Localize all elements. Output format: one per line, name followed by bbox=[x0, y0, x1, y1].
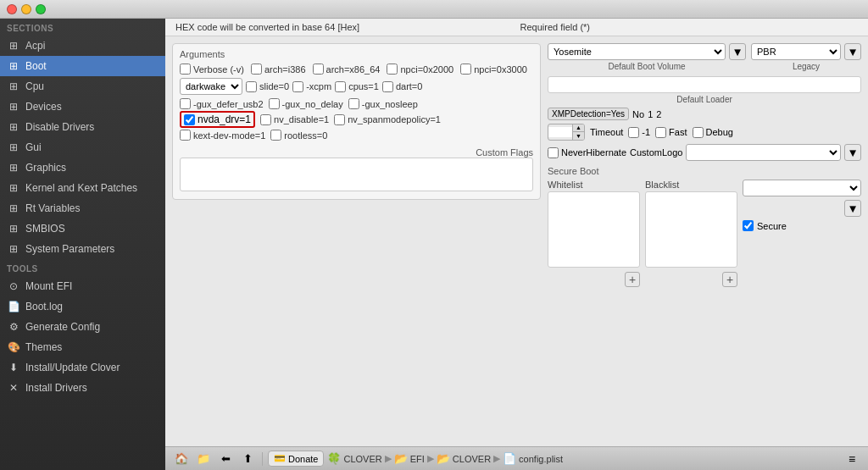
whitelist-textarea[interactable] bbox=[548, 191, 640, 268]
blacklist-textarea[interactable] bbox=[645, 191, 737, 268]
dart0-arg[interactable]: dart=0 bbox=[382, 81, 423, 92]
custom-logo-dropdown-btn[interactable]: ▼ bbox=[844, 144, 861, 161]
fast-checkbox[interactable] bbox=[655, 127, 666, 138]
sidebar-item-devices[interactable]: ⊞ Devices bbox=[0, 97, 165, 117]
arch-x86-checkbox[interactable] bbox=[313, 64, 324, 75]
pbr-dropdown-btn[interactable]: ▼ bbox=[844, 43, 861, 60]
fast-label[interactable]: Fast bbox=[655, 127, 687, 138]
sidebar-item-disable-drivers[interactable]: ⊞ Disable Drivers bbox=[0, 117, 165, 137]
donate-icon: 💳 bbox=[274, 453, 286, 464]
gux-nosleep-checkbox[interactable] bbox=[348, 98, 359, 109]
gux-defer-arg[interactable]: -gux_defer_usb2 bbox=[180, 98, 264, 109]
sidebar-item-acpi[interactable]: ⊞ Acpi bbox=[0, 36, 165, 56]
breadcrumb: 🍀 CLOVER ▶ 📂 EFI ▶ 📂 CLOVER ▶ 📄 config.p… bbox=[327, 452, 839, 465]
kext-dev-arg[interactable]: kext-dev-mode=1 bbox=[180, 130, 265, 141]
minus1-checkbox[interactable] bbox=[628, 127, 639, 138]
hex-notice-bar: HEX code will be converted in base 64 [H… bbox=[165, 19, 868, 36]
secure-checkbox[interactable] bbox=[743, 220, 754, 231]
sidebar-item-mount-efi[interactable]: ⊙ Mount EFI bbox=[0, 276, 165, 296]
timeout-down-btn[interactable]: ▼ bbox=[572, 132, 584, 141]
sidebar-item-kernel-kext[interactable]: ⊞ Kernel and Kext Patches bbox=[0, 178, 165, 198]
bottombar-menu-icon[interactable]: ≡ bbox=[843, 450, 861, 468]
bottombar-separator bbox=[262, 452, 263, 466]
default-boot-volume-label: Default Boot Volume bbox=[548, 62, 746, 71]
secure-dropdown-btn[interactable]: ▼ bbox=[844, 200, 861, 217]
bottombar-folder-icon[interactable]: 📁 bbox=[194, 450, 213, 468]
timeout-spinner-buttons[interactable]: ▲ ▼ bbox=[572, 124, 584, 141]
debug-checkbox[interactable] bbox=[693, 127, 704, 138]
arch-i386-arg[interactable]: arch=i386 bbox=[251, 64, 306, 75]
window-controls[interactable] bbox=[7, 4, 46, 14]
debug-label[interactable]: Debug bbox=[693, 127, 733, 138]
never-hibernate-checkbox[interactable] bbox=[548, 147, 559, 158]
gux-nodelay-arg[interactable]: -gux_no_delay bbox=[269, 98, 343, 109]
xcpm-arg[interactable]: -xcpm bbox=[292, 81, 331, 92]
gux-defer-checkbox[interactable] bbox=[180, 98, 191, 109]
bottombar-share-icon[interactable]: ⬆ bbox=[238, 450, 257, 468]
npci-3000-checkbox[interactable] bbox=[460, 64, 471, 75]
arch-x86-arg[interactable]: arch=x86_64 bbox=[313, 64, 381, 75]
sidebar-item-rt-variables[interactable]: ⊞ Rt Variables bbox=[0, 198, 165, 218]
sidebar-item-boot[interactable]: ⊞ Boot bbox=[0, 56, 165, 76]
cpus1-arg[interactable]: cpus=1 bbox=[335, 81, 379, 92]
sidebar-item-generate-config[interactable]: ⚙ Generate Config bbox=[0, 317, 165, 337]
maximize-button[interactable] bbox=[36, 4, 46, 14]
slide0-checkbox[interactable] bbox=[246, 81, 257, 92]
boot-volume-dropdown-btn[interactable]: ▼ bbox=[729, 43, 746, 60]
sidebar-item-boot-log[interactable]: 📄 Boot.log bbox=[0, 296, 165, 317]
close-button[interactable] bbox=[7, 4, 17, 14]
xcpm-checkbox[interactable] bbox=[292, 81, 303, 92]
sections-label: SeCTIoNs bbox=[0, 19, 165, 36]
kext-dev-checkbox[interactable] bbox=[180, 130, 191, 141]
nv-disable-arg[interactable]: nv_disable=1 bbox=[260, 114, 329, 125]
gux-nodelay-checkbox[interactable] bbox=[269, 98, 280, 109]
custom-flags-textarea[interactable] bbox=[180, 158, 533, 191]
nv-spanmode-checkbox[interactable] bbox=[334, 114, 345, 125]
boot-volume-select[interactable]: Yosemite bbox=[548, 43, 726, 60]
nv-spanmode-arg[interactable]: nv_spanmodepolicy=1 bbox=[334, 114, 441, 125]
boot-volume-row: Yosemite ▼ Default Boot Volume PBR bbox=[548, 43, 861, 71]
sidebar-item-gui[interactable]: ⊞ Gui bbox=[0, 137, 165, 158]
sidebar-item-cpu[interactable]: ⊞ Cpu bbox=[0, 76, 165, 97]
minimize-button[interactable] bbox=[21, 4, 31, 14]
default-loader-input[interactable] bbox=[548, 76, 861, 93]
bc-sep1: ▶ bbox=[385, 453, 392, 464]
timeout-up-btn[interactable]: ▲ bbox=[572, 124, 584, 132]
sidebar-item-themes[interactable]: 🎨 Themes bbox=[0, 337, 165, 357]
sidebar-item-graphics[interactable]: ⊞ Graphics bbox=[0, 158, 165, 178]
custom-logo-select[interactable] bbox=[686, 144, 841, 161]
secure-dropdown[interactable] bbox=[743, 180, 861, 196]
donate-button[interactable]: 💳 Donate bbox=[268, 451, 324, 467]
npci-2000-checkbox[interactable] bbox=[387, 64, 398, 75]
secure-check-label[interactable]: Secure bbox=[743, 220, 861, 231]
timeout-input[interactable]: 9 bbox=[548, 127, 572, 137]
npci-2000-arg[interactable]: npci=0x2000 bbox=[387, 64, 453, 75]
sidebar-item-system-parameters[interactable]: ⊞ System Parameters bbox=[0, 239, 165, 259]
timeout-spinner[interactable]: 9 ▲ ▼ bbox=[548, 124, 585, 141]
slide0-arg[interactable]: slide=0 bbox=[246, 81, 289, 92]
never-hibernate-row: NeverHibernate CustomLogo ▼ bbox=[548, 144, 861, 161]
verbose-checkbox[interactable] bbox=[180, 64, 191, 75]
bottombar-home-icon[interactable]: 🏠 bbox=[172, 450, 191, 468]
minus1-label[interactable]: -1 bbox=[628, 127, 650, 138]
sidebar-item-install-update-clover[interactable]: ⬇ Install/Update Clover bbox=[0, 357, 165, 378]
nv-disable-checkbox[interactable] bbox=[260, 114, 271, 125]
verbose-arg[interactable]: Verbose (-v) bbox=[180, 64, 244, 75]
arch-i386-checkbox[interactable] bbox=[251, 64, 262, 75]
npci-3000-arg[interactable]: npci=0x3000 bbox=[460, 64, 527, 75]
darkwake-select[interactable]: darkwake bbox=[180, 78, 242, 95]
pbr-select[interactable]: PBR bbox=[751, 43, 841, 60]
rootless-arg[interactable]: rootless=0 bbox=[270, 130, 327, 141]
dart0-checkbox[interactable] bbox=[382, 81, 393, 92]
gux-nosleep-arg[interactable]: -gux_nosleep bbox=[348, 98, 418, 109]
never-hibernate-label[interactable]: NeverHibernate bbox=[548, 147, 626, 158]
blacklist-add-button[interactable]: + bbox=[722, 272, 737, 287]
sidebar-item-install-drivers[interactable]: ✕ Install Drivers bbox=[0, 378, 165, 398]
whitelist-add-button[interactable]: + bbox=[625, 272, 640, 287]
rt-variables-icon: ⊞ bbox=[7, 202, 20, 215]
nvda-drv-checkbox[interactable] bbox=[184, 114, 195, 125]
cpus1-checkbox[interactable] bbox=[335, 81, 346, 92]
rootless-checkbox[interactable] bbox=[270, 130, 281, 141]
sidebar-item-smbios[interactable]: ⊞ SMBIOS bbox=[0, 218, 165, 239]
bottombar-back-icon[interactable]: ⬅ bbox=[216, 450, 235, 468]
